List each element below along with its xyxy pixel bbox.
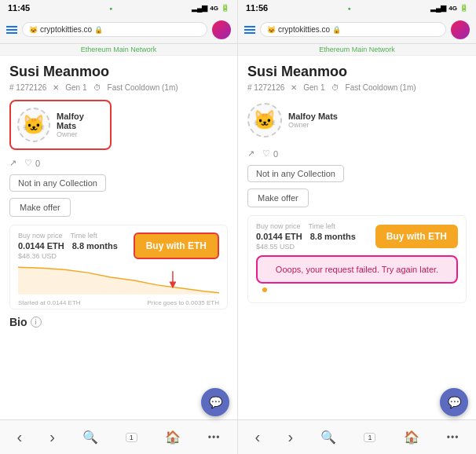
browser-bar-left: 🐱 cryptokitties.co 🔒 <box>0 16 237 44</box>
chat-icon-right: 💬 <box>448 396 461 408</box>
status-dot-left: ● <box>109 5 112 11</box>
address-bar-left[interactable]: 🐱 cryptokitties.co 🔒 <box>22 22 207 37</box>
make-offer-button-right[interactable]: Make offer <box>247 189 309 207</box>
time-label-right: Time left <box>309 222 335 230</box>
battery-left: 🔋 <box>221 4 229 12</box>
kitty-name-right: Susi Meanmoo <box>247 64 467 80</box>
make-offer-button-left[interactable]: Make offer <box>9 198 71 217</box>
status-time-left: 11:45 <box>8 3 30 13</box>
signal-bars-right: ▂▄▆ <box>430 4 446 12</box>
status-bar-right: 11:56 ● ▂▄▆ 4G 🔋 <box>238 0 476 16</box>
time-value-right: 8.8 months <box>310 232 356 241</box>
price-values-left: 0.0144 ETH 8.8 months <box>18 241 118 251</box>
kitty-cooldown-right: Fast Cooldown (1m) <box>346 83 416 92</box>
kitty-cooldown-left: Fast Cooldown (1m) <box>108 83 178 92</box>
chat-icon-left: 💬 <box>209 396 222 408</box>
collection-tag-left[interactable]: Not in any Collection <box>9 174 106 192</box>
time-label-left: Time left <box>71 232 97 240</box>
tab-badge-left: 1 <box>126 433 137 442</box>
avatar-right[interactable] <box>451 20 470 39</box>
hamburger-menu-right[interactable] <box>244 26 255 34</box>
buy-price-info-right: Buy now price Time left 0.0144 ETH 8.8 m… <box>256 222 356 251</box>
tab-button-left[interactable]: 1 <box>119 430 144 445</box>
like-count-right: 0 <box>273 149 278 159</box>
tab-button-right[interactable]: 1 <box>357 430 382 445</box>
heart-icon-left: ♡ <box>24 158 32 168</box>
chart-dots-right <box>256 287 458 296</box>
home-button-left[interactable]: 🏠 <box>159 427 187 448</box>
kitty-avatar-left: 🐱 <box>17 108 50 142</box>
kitty-meta-right: # 1272126 ✕ Gen 1 ⏱ Fast Cooldown (1m) <box>247 83 467 92</box>
forward-button-right[interactable]: › <box>281 425 299 449</box>
back-icon-left: ‹ <box>17 428 23 446</box>
like-button-right[interactable]: ♡ 0 <box>262 148 278 159</box>
price-labels-left: Buy now price Time left <box>18 232 118 240</box>
address-text-right: cryptokitties.co <box>278 25 330 34</box>
chart-start-label-left: Started at 0.0144 ETH <box>18 299 81 306</box>
chart-area-left: Started at 0.0144 ETH Price goes to 0.00… <box>18 263 219 302</box>
price-values-right: 0.0144 ETH 8.8 months <box>256 232 356 241</box>
network-type-left: 4G <box>210 5 218 12</box>
heart-icon-right: ♡ <box>262 148 270 159</box>
kitty-card-left: 🐱 Malfoy Mats Owner <box>9 100 112 150</box>
action-row-right: ↗ ♡ 0 <box>247 148 467 159</box>
battery-right: 🔋 <box>460 4 468 12</box>
price-chart-left <box>18 263 219 295</box>
search-button-left[interactable]: 🔍 <box>76 427 104 448</box>
bio-section-left: Bio i <box>9 316 228 328</box>
svg-marker-0 <box>18 267 219 294</box>
kitty-hash-right: # 1272126 <box>247 83 284 92</box>
forward-icon-right: › <box>287 428 293 446</box>
buy-eth-button-left[interactable]: Buy with ETH <box>134 232 219 259</box>
status-bar-left: 11:45 ● ▂▄▆ 4G 🔋 <box>0 0 237 16</box>
search-button-right[interactable]: 🔍 <box>314 427 342 448</box>
cross-icon-right: ✕ <box>291 83 297 92</box>
more-button-right[interactable]: ••• <box>441 429 466 446</box>
buy-price-info-left: Buy now price Time left 0.0144 ETH 8.8 m… <box>18 232 118 260</box>
bio-label-left: Bio <box>9 316 27 328</box>
chart-end-label-left: Price goes to 0.0035 ETH <box>147 299 219 306</box>
buy-eth-button-right[interactable]: Buy with ETH <box>375 225 458 248</box>
bottom-nav-left: ‹ › 🔍 1 🏠 ••• <box>0 419 237 454</box>
avatar-left[interactable] <box>212 20 231 39</box>
search-icon-right: 🔍 <box>320 430 336 445</box>
kitty-avatar-emoji-left: 🐱 <box>22 114 46 136</box>
like-button-left[interactable]: ♡ 0 <box>24 158 40 168</box>
kitty-owner-role-left: Owner <box>57 130 104 138</box>
back-button-left[interactable]: ‹ <box>11 425 29 449</box>
back-button-right[interactable]: ‹ <box>249 425 267 449</box>
share-button-right[interactable]: ↗ <box>247 148 254 159</box>
error-text-right: Ooops, your request failed. Try again la… <box>276 265 438 274</box>
price-label-left: Buy now price <box>18 232 63 240</box>
collection-tag-right[interactable]: Not in any Collection <box>247 165 344 182</box>
share-button-left[interactable]: ↗ <box>9 158 16 168</box>
left-panel: 11:45 ● ▂▄▆ 4G 🔋 🐱 cryptokitties.co 🔒 Et… <box>0 0 238 454</box>
bottom-nav-right: ‹ › 🔍 1 🏠 ••• <box>238 419 476 454</box>
home-icon-left: 🏠 <box>165 430 181 445</box>
chat-fab-left[interactable]: 💬 <box>201 388 229 416</box>
kitty-owner-name-right: Malfoy Mats <box>288 112 338 121</box>
price-labels-right: Buy now price Time left <box>256 222 356 230</box>
forward-button-left[interactable]: › <box>43 425 61 449</box>
home-button-right[interactable]: 🏠 <box>397 427 426 448</box>
error-box-right: Ooops, your request failed. Try again la… <box>256 255 458 284</box>
lock-icon-right: 🔒 <box>332 26 341 34</box>
like-count-left: 0 <box>35 159 40 168</box>
forward-icon-left: › <box>49 428 55 446</box>
browser-bar-right: 🐱 cryptokitties.co 🔒 <box>238 16 476 44</box>
kitty-gen-left: Gen 1 <box>65 83 86 92</box>
kitty-avatar-right: 🐱 <box>247 103 282 137</box>
more-button-left[interactable]: ••• <box>202 429 227 446</box>
usd-value-right: $48.55 USD <box>256 243 356 251</box>
clock-icon-left: ⏱ <box>93 83 101 92</box>
hamburger-menu-left[interactable] <box>6 26 17 34</box>
buy-section-top-left: Buy now price Time left 0.0144 ETH 8.8 m… <box>18 232 219 260</box>
info-icon-left[interactable]: i <box>31 317 42 328</box>
buy-section-right: Buy now price Time left 0.0144 ETH 8.8 m… <box>247 215 467 303</box>
status-time-right: 11:56 <box>246 3 268 13</box>
tab-badge-right: 1 <box>364 433 375 442</box>
kitty-avatar-emoji-right: 🐱 <box>253 109 276 131</box>
cross-icon-left: ✕ <box>53 83 59 92</box>
address-bar-right[interactable]: 🐱 cryptokitties.co 🔒 <box>260 22 446 37</box>
chat-fab-right[interactable]: 💬 <box>440 388 468 416</box>
